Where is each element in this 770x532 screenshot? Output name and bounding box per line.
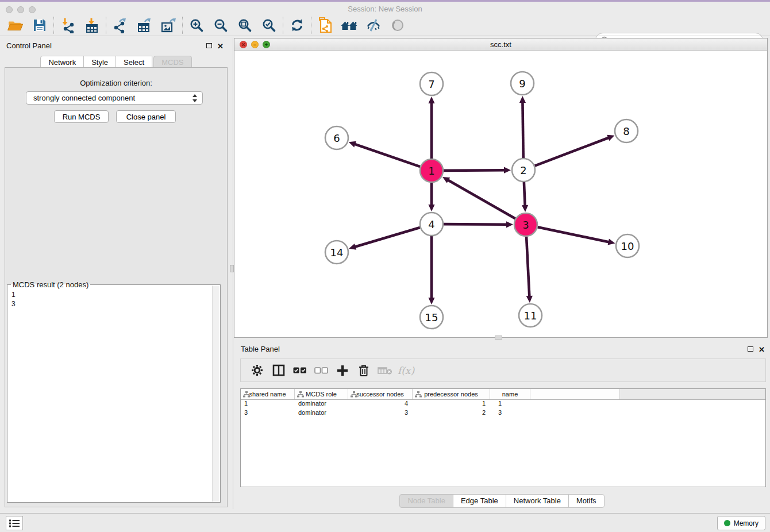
open-session-button[interactable]: [3, 16, 28, 35]
network-canvas[interactable]: 1234678910111415: [234, 51, 767, 337]
table-cell[interactable]: 3: [348, 409, 413, 418]
network-from-selection-button[interactable]: [313, 16, 337, 35]
mcds-result-scrollbar[interactable]: [212, 286, 220, 502]
table-settings-button[interactable]: [247, 361, 268, 380]
graph-node-label-6: 6: [333, 132, 340, 144]
graph-edge-3-11[interactable]: [526, 237, 529, 298]
tab-motifs[interactable]: Motifs: [568, 494, 605, 508]
mcds-result-item[interactable]: 3: [11, 299, 211, 309]
table-toolbar: f(x): [240, 358, 766, 382]
tab-node-table[interactable]: Node Table: [399, 494, 453, 508]
table-cell[interactable]: 2: [413, 409, 490, 418]
zoom-selected-button[interactable]: [257, 16, 281, 35]
export-network-button[interactable]: [108, 16, 132, 35]
deselect-all-columns-button[interactable]: [310, 361, 332, 380]
show-columns-button[interactable]: [268, 361, 289, 380]
graph-edge-3-1[interactable]: [447, 179, 515, 218]
node-table[interactable]: shared nameMCDS rolesuccessor nodesprede…: [240, 388, 766, 487]
table-cell[interactable]: 1: [241, 400, 295, 409]
graph-edge-3-10[interactable]: [538, 227, 610, 242]
table-row[interactable]: 1dominator411: [241, 400, 765, 409]
delete-column-button[interactable]: [353, 361, 374, 380]
run-mcds-button[interactable]: Run MCDS: [54, 110, 109, 123]
table-cell[interactable]: dominator: [295, 409, 348, 418]
apply-layout-button[interactable]: [285, 16, 309, 35]
graph-edge-2-8[interactable]: [535, 137, 610, 166]
zoom-in-button[interactable]: [184, 16, 209, 35]
task-history-button[interactable]: [6, 516, 23, 530]
graph-edge-2-9[interactable]: [522, 101, 523, 158]
graph-edge-arrowhead: [526, 296, 533, 303]
table-cell[interactable]: dominator: [295, 400, 348, 409]
unchecked-boxes-icon: [314, 367, 328, 374]
control-panel-float-icon[interactable]: [206, 43, 212, 48]
table-panel-float-icon[interactable]: [748, 346, 753, 352]
column-tree-icon: [243, 391, 250, 398]
column-header-predecessor-nodes[interactable]: predecessor nodes: [413, 389, 490, 399]
control-panel-close-icon[interactable]: ✕: [217, 43, 224, 50]
table-cell[interactable]: 4: [348, 400, 413, 409]
export-table-button[interactable]: [132, 16, 156, 35]
add-column-button[interactable]: [332, 361, 353, 380]
memory-status-icon: [724, 520, 730, 526]
delete-table-button: [374, 361, 395, 380]
export-image-button[interactable]: [156, 16, 180, 35]
hide-selected-button[interactable]: [361, 16, 386, 35]
table-cell[interactable]: 1: [413, 400, 490, 409]
import-network-button[interactable]: [56, 16, 80, 35]
graph-edge-arrowhead: [349, 244, 356, 250]
checked-boxes-icon: [293, 367, 307, 374]
open-folder-icon: [7, 17, 24, 33]
column-header-label: name: [502, 391, 518, 398]
horizontal-splitter-handle[interactable]: [495, 336, 502, 340]
trash-icon: [358, 364, 369, 377]
table-panel-close-icon[interactable]: ✕: [759, 346, 765, 353]
column-tree-icon: [415, 391, 422, 398]
network-view-window: ✕ − + scc.txt 1234678910111415: [234, 38, 768, 338]
close-panel-button[interactable]: Close panel: [116, 110, 176, 123]
save-floppy-icon: [32, 18, 47, 33]
column-header-label: MCDS role: [306, 391, 337, 398]
table-cell[interactable]: 1: [490, 400, 530, 409]
zoom-out-button[interactable]: [209, 16, 233, 35]
table-cell[interactable]: 3: [490, 409, 530, 418]
graph-edge-4-3[interactable]: [444, 224, 508, 225]
vertical-splitter-handle[interactable]: [230, 265, 234, 272]
table-cell[interactable]: 3: [241, 409, 295, 418]
column-header-successor-nodes[interactable]: successor nodes: [348, 389, 413, 399]
zoom-selected-icon: [261, 18, 276, 33]
memory-button[interactable]: Memory: [717, 516, 765, 530]
tab-network-table[interactable]: Network Table: [506, 494, 569, 508]
graph-edge-1-2[interactable]: [444, 170, 506, 171]
column-header-shared-name[interactable]: shared name: [241, 389, 295, 399]
table-row[interactable]: 3dominator323: [241, 409, 765, 418]
vertical-splitter[interactable]: [233, 38, 233, 509]
column-header-name[interactable]: name: [490, 389, 530, 399]
graph-edge-arrowhead: [519, 96, 526, 103]
graph-node-label-11: 11: [524, 310, 537, 322]
graph-edge-2-3[interactable]: [524, 182, 525, 207]
show-all-button: [386, 16, 410, 35]
toolbar-separator: [311, 17, 311, 34]
table-panel-tabs: Node TableEdge TableNetwork TableMotifs: [234, 494, 770, 508]
memory-label: Memory: [734, 519, 759, 527]
select-all-columns-button[interactable]: [289, 361, 310, 380]
import-table-button[interactable]: [80, 16, 104, 35]
zoom-fit-button[interactable]: [233, 16, 257, 35]
save-session-button[interactable]: [28, 16, 52, 35]
column-header-label: successor nodes: [356, 391, 404, 398]
home-view-button[interactable]: [337, 16, 361, 35]
function-builder-button: f(x): [395, 361, 417, 380]
criterion-dropdown[interactable]: strongly connected component: [26, 91, 203, 105]
window-title: Session: New Session: [0, 5, 770, 13]
graph-edge-arrowhead: [608, 239, 615, 245]
column-header-MCDS-role[interactable]: MCDS role: [295, 389, 348, 399]
graph-node-label-4: 4: [428, 218, 434, 230]
mcds-result-item[interactable]: 1: [11, 290, 211, 299]
tab-edge-table[interactable]: Edge Table: [453, 494, 506, 508]
network-view-titlebar[interactable]: ✕ − + scc.txt: [234, 38, 767, 51]
mcds-result-list[interactable]: 13: [11, 290, 211, 500]
graph-edge-1-6[interactable]: [353, 144, 420, 167]
column-header-filler: [530, 389, 620, 399]
graph-edge-4-14[interactable]: [354, 228, 420, 247]
